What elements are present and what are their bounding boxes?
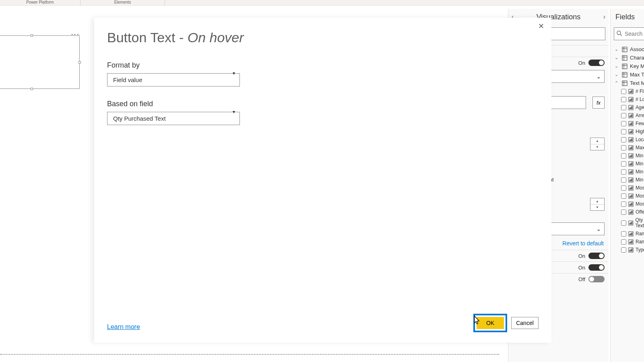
field-name: Type Text bbox=[636, 247, 644, 253]
field-checkbox[interactable] bbox=[621, 177, 626, 183]
fields-table-row[interactable]: ⌄Associations bbox=[611, 45, 644, 53]
ribbon-group-label: Power Platform bbox=[26, 0, 54, 4]
field-row[interactable]: Highest Arrests bbox=[611, 128, 644, 136]
field-row[interactable]: Rank Span Loc bbox=[611, 230, 644, 238]
measure-icon bbox=[628, 231, 634, 237]
svg-rect-69 bbox=[631, 187, 632, 189]
field-checkbox[interactable] bbox=[621, 153, 626, 158]
toggle-button-text[interactable] bbox=[588, 60, 605, 66]
field-checkbox[interactable] bbox=[621, 137, 626, 142]
field-row[interactable]: Rank Span Off bbox=[611, 238, 644, 246]
text-size-spinner[interactable]: ▲ ▼ bbox=[590, 138, 605, 150]
field-row[interactable]: Arrests Text bbox=[611, 111, 644, 119]
field-row[interactable]: Max Arrests bbox=[611, 144, 644, 152]
field-checkbox[interactable] bbox=[621, 145, 626, 150]
svg-rect-77 bbox=[631, 203, 632, 206]
svg-line-3 bbox=[620, 34, 622, 36]
svg-rect-61 bbox=[631, 171, 632, 173]
field-checkbox[interactable] bbox=[621, 97, 626, 102]
field-row[interactable]: Most Span Off bbox=[611, 200, 644, 208]
field-row[interactable]: Most Locations bbox=[611, 184, 644, 192]
svg-rect-29 bbox=[631, 107, 632, 109]
field-row[interactable]: Type Text bbox=[611, 246, 644, 254]
cancel-button[interactable]: Cancel bbox=[511, 317, 539, 329]
svg-rect-48 bbox=[630, 148, 630, 149]
fields-table-row[interactable]: ⌄Key Measures bbox=[611, 62, 644, 70]
field-name: Fewest Arrests bbox=[636, 121, 644, 126]
svg-rect-46 bbox=[632, 138, 632, 141]
field-checkbox[interactable] bbox=[621, 193, 626, 199]
field-row[interactable]: Location Text bbox=[611, 136, 644, 144]
field-row[interactable]: Min # Flagged S bbox=[611, 160, 644, 168]
learn-more-link[interactable]: Learn more bbox=[107, 323, 140, 331]
field-row[interactable]: Qty Purchased Text bbox=[611, 216, 644, 230]
spinner-up[interactable]: ▲ bbox=[590, 198, 604, 204]
field-checkbox[interactable] bbox=[621, 231, 626, 237]
field-row[interactable]: Offenses Text bbox=[611, 208, 644, 216]
field-name: Location Text bbox=[636, 137, 644, 142]
fields-header: Fields bbox=[611, 9, 644, 25]
field-row[interactable]: # Locations bbox=[611, 95, 644, 103]
spinner-up[interactable]: ▲ bbox=[590, 138, 604, 144]
field-checkbox[interactable] bbox=[621, 129, 626, 134]
measure-icon bbox=[628, 202, 634, 207]
measure-icon bbox=[628, 89, 634, 94]
pane-nav-next[interactable]: › bbox=[603, 13, 605, 21]
table-name: Max Time bbox=[630, 72, 644, 78]
field-name: Min # Locations S bbox=[636, 177, 644, 183]
close-icon[interactable]: ✕ bbox=[538, 22, 544, 31]
fx-button-text[interactable]: fx bbox=[592, 97, 605, 109]
spinner-down[interactable]: ▼ bbox=[590, 144, 604, 150]
field-checkbox[interactable] bbox=[621, 185, 626, 191]
svg-rect-93 bbox=[631, 241, 632, 243]
ok-button-focus-ring: OK bbox=[473, 314, 507, 332]
fields-table-row[interactable]: ⌄Max Time bbox=[611, 70, 644, 79]
toggle-fill[interactable] bbox=[588, 276, 605, 282]
svg-rect-21 bbox=[631, 90, 632, 93]
field-checkbox[interactable] bbox=[621, 169, 626, 175]
field-row[interactable]: Agency Text bbox=[611, 103, 644, 111]
field-checkbox[interactable] bbox=[621, 89, 626, 94]
field-checkbox[interactable] bbox=[621, 105, 626, 110]
resize-handle-bottom[interactable] bbox=[31, 88, 33, 90]
toggle-outline[interactable] bbox=[588, 264, 605, 271]
field-checkbox[interactable] bbox=[621, 239, 626, 245]
svg-rect-37 bbox=[631, 123, 632, 125]
format-by-select[interactable]: Field value bbox=[107, 73, 240, 86]
fields-table-row[interactable]: ⌄Characters bbox=[611, 53, 644, 62]
fields-search bbox=[614, 27, 644, 40]
svg-rect-53 bbox=[631, 155, 632, 157]
field-row[interactable]: Min # Locations bbox=[611, 168, 644, 176]
chevron-icon: ⌄ bbox=[615, 72, 619, 77]
resize-handle-right[interactable] bbox=[78, 61, 81, 64]
resize-handle-top[interactable] bbox=[31, 34, 33, 37]
selected-visual-placeholder[interactable] bbox=[0, 35, 80, 89]
field-checkbox[interactable] bbox=[621, 210, 626, 215]
svg-rect-52 bbox=[630, 156, 630, 157]
field-row[interactable]: Min # Locations S bbox=[611, 176, 644, 184]
svg-rect-60 bbox=[630, 172, 630, 173]
toggle-icon[interactable] bbox=[588, 253, 605, 259]
measure-icon bbox=[628, 121, 634, 126]
field-row[interactable]: Fewest Arrests bbox=[611, 119, 644, 128]
field-name: Highest Arrests bbox=[636, 129, 644, 134]
svg-rect-24 bbox=[630, 99, 630, 101]
field-checkbox[interactable] bbox=[621, 202, 626, 207]
fields-table-row[interactable]: ⌃Text Measures bbox=[611, 79, 644, 87]
field-checkbox[interactable] bbox=[621, 113, 626, 118]
padding-spinner[interactable]: ▲ ▼ bbox=[590, 198, 605, 211]
based-on-field-select[interactable]: Qty Purchased Text bbox=[107, 112, 240, 125]
measure-icon bbox=[628, 145, 634, 150]
svg-rect-41 bbox=[631, 131, 632, 133]
field-row[interactable]: # Flagged bbox=[611, 87, 644, 95]
pane-title: Fields bbox=[615, 13, 635, 21]
field-checkbox[interactable] bbox=[621, 121, 626, 126]
field-row[interactable]: Most Span Loc bbox=[611, 192, 644, 200]
ok-button[interactable]: OK bbox=[477, 317, 504, 329]
field-checkbox[interactable] bbox=[621, 220, 626, 226]
measure-icon bbox=[628, 193, 634, 199]
field-row[interactable]: Min # Flagged bbox=[611, 152, 644, 160]
field-checkbox[interactable] bbox=[621, 247, 626, 253]
spinner-down[interactable]: ▼ bbox=[590, 204, 604, 211]
field-checkbox[interactable] bbox=[621, 161, 626, 167]
